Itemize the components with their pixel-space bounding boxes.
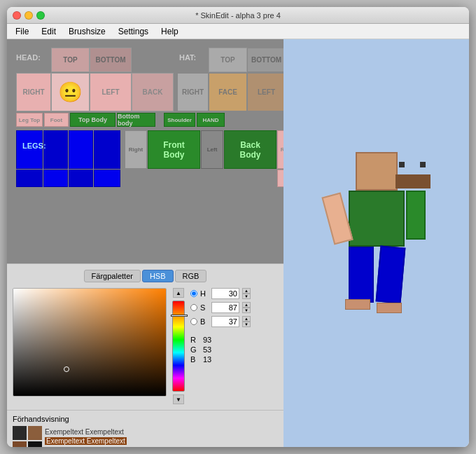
rgb-r-label: R: [190, 336, 199, 344]
head-left-label: LEFT: [102, 88, 120, 96]
palette-section: Färgpaletter HSB RGB ▲: [7, 263, 284, 410]
leg-left-top[interactable]: [69, 130, 93, 169]
preview-swatches: Exempeltext Exempeltext Exempeltext Exem…: [13, 426, 278, 447]
hsb-b-down[interactable]: ▼: [242, 322, 251, 327]
hsb-controls: H ▲ ▼ S ▲: [190, 288, 260, 365]
body-right-label: Right: [129, 146, 143, 153]
back-body-label: Back: [240, 140, 260, 150]
char-head: [356, 152, 398, 191]
hsb-s-down[interactable]: ▼: [242, 308, 251, 313]
body-left[interactable]: Left: [201, 130, 223, 169]
color-bar-up[interactable]: ▲: [173, 288, 184, 298]
head-face[interactable]: 😐: [51, 73, 90, 111]
head-back[interactable]: BACK: [132, 73, 174, 111]
window-title: * SkinEdit - alpha 3 pre 4: [195, 11, 281, 20]
tab-fargpaletter[interactable]: Färgpaletter: [84, 270, 141, 282]
char-foot-right: [377, 303, 402, 313]
swatch-col1: [13, 426, 42, 447]
swatch-row2: [13, 441, 42, 447]
swatch-black[interactable]: [28, 441, 42, 447]
menu-settings[interactable]: Settings: [113, 25, 154, 38]
hsb-h-radio[interactable]: [190, 290, 197, 297]
menu-file[interactable]: File: [10, 25, 34, 38]
hat-bottom-label: BOTTOM: [251, 56, 281, 64]
hsb-b-label: B: [200, 317, 209, 326]
leg-top-label: Leg Top: [16, 113, 43, 127]
head-bottom[interactable]: BOTTOM: [90, 48, 132, 72]
hat-right-label: RIGHT: [182, 88, 204, 96]
menu-brushsize[interactable]: Brushsize: [63, 25, 111, 38]
hsb-s-input[interactable]: [211, 302, 239, 313]
foot-label: Foot: [44, 113, 69, 127]
hsb-b-up[interactable]: ▲: [242, 316, 251, 322]
body-left-label: Left: [207, 146, 218, 153]
back-body-label2: Body: [240, 150, 261, 160]
hsb-h-up[interactable]: ▲: [242, 288, 251, 294]
tab-rgb[interactable]: RGB: [175, 270, 207, 282]
color-bar-down[interactable]: ▼: [173, 394, 184, 404]
hsb-s-radio[interactable]: [190, 304, 197, 311]
leg-back-top[interactable]: [94, 130, 120, 169]
rainbow-bar[interactable]: [172, 301, 185, 392]
head-top-label: TOP: [63, 56, 77, 64]
rainbow-cursor: [171, 315, 188, 317]
hat-top-label: TOP: [220, 56, 234, 64]
body-back[interactable]: Back Body: [224, 130, 276, 169]
hat-face-label: FACE: [218, 88, 237, 96]
hat-right[interactable]: RIGHT: [177, 73, 209, 111]
head-right[interactable]: RIGHT: [16, 73, 51, 111]
body-front[interactable]: Front Body: [148, 130, 200, 169]
hsb-b-input[interactable]: [211, 316, 239, 327]
preview-text2: Exempeltext Exempeltext: [45, 437, 127, 445]
leg-bot-front[interactable]: [43, 170, 68, 187]
leg-front-top[interactable]: [43, 130, 68, 169]
leg-bot-right[interactable]: [16, 170, 43, 187]
char-beard: [396, 174, 430, 188]
char-foot-left: [345, 299, 370, 310]
preview-section: Förhandsvisning: [7, 410, 284, 447]
leg-bot-left[interactable]: [69, 170, 93, 187]
rgb-r-value: 93: [203, 336, 211, 344]
hsb-b-radio[interactable]: [190, 318, 197, 325]
head-left[interactable]: LEFT: [90, 73, 132, 111]
preview-text-group: Exempeltext Exempeltext Exempeltext Exem…: [45, 428, 127, 448]
body-row-labels: Leg Top Foot Top Body Bottom body Should…: [16, 113, 225, 127]
close-button[interactable]: [13, 11, 21, 20]
palette-tabs: Färgpaletter HSB RGB: [13, 270, 278, 282]
head-back-label: BACK: [143, 88, 163, 96]
bottom-body-label: Bottom body: [117, 113, 155, 127]
hat-bottom[interactable]: BOTTOM: [247, 48, 286, 72]
color-picker[interactable]: [13, 288, 167, 397]
hat-left[interactable]: LEFT: [247, 73, 286, 111]
swatch-brown1[interactable]: [28, 426, 42, 440]
menu-bar: File Edit Brushsize Settings Help: [7, 24, 469, 39]
hsb-h-down[interactable]: ▼: [242, 294, 251, 299]
hsb-h-row: H ▲ ▼: [190, 288, 260, 299]
char-leg-left: [349, 247, 374, 303]
hat-left-label: LEFT: [258, 88, 275, 96]
main-window: * SkinEdit - alpha 3 pre 4 File Edit Bru…: [7, 7, 469, 447]
head-top[interactable]: TOP: [51, 48, 90, 72]
minimize-button[interactable]: [24, 11, 33, 20]
menu-edit[interactable]: Edit: [36, 25, 62, 38]
front-body-label: Front: [163, 140, 185, 150]
hsb-s-up[interactable]: ▲: [242, 302, 251, 308]
hsb-b-row: B ▲ ▼: [190, 316, 260, 327]
preview-text-row1: Exempeltext Exempeltext: [45, 428, 127, 436]
leg-bot-back[interactable]: [94, 170, 120, 187]
tab-hsb[interactable]: HSB: [142, 270, 174, 282]
hsb-h-label: H: [200, 289, 209, 298]
maximize-button[interactable]: [36, 11, 45, 20]
swatch-dark1[interactable]: [13, 426, 27, 440]
top-body-label: Top Body: [70, 113, 115, 127]
head-label: HEAD:: [16, 53, 41, 62]
picker-cursor: [64, 366, 69, 372]
hat-face[interactable]: FACE: [209, 73, 247, 111]
color-gradient: [13, 289, 166, 396]
title-bar: * SkinEdit - alpha 3 pre 4: [7, 7, 469, 24]
swatch-brown2[interactable]: [13, 441, 27, 447]
menu-help[interactable]: Help: [155, 25, 184, 38]
hsb-h-input[interactable]: [211, 288, 239, 299]
body-right[interactable]: Right: [125, 130, 147, 169]
hat-top[interactable]: TOP: [209, 48, 247, 72]
